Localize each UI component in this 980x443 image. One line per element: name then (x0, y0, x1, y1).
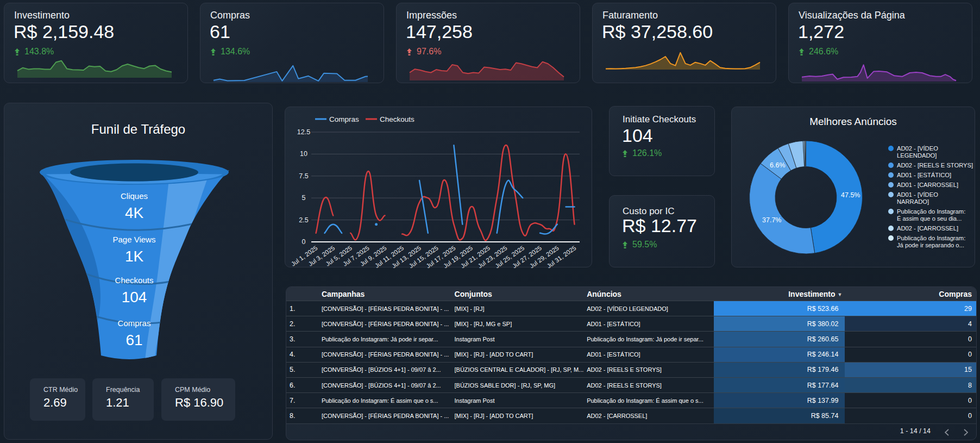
svg-text:Compras: Compras (118, 319, 151, 328)
svg-text:4K: 4K (125, 204, 144, 221)
svg-text:0: 0 (302, 238, 306, 246)
svg-text:7.5: 7.5 (299, 172, 308, 180)
svg-text:Cliques: Cliques (121, 191, 148, 201)
svg-text:6.6%: 6.6% (770, 161, 786, 169)
svg-text:5: 5 (302, 194, 306, 202)
svg-text:Compras: Compras (329, 115, 359, 123)
svg-text:10: 10 (300, 150, 307, 158)
svg-text:Checkouts: Checkouts (380, 115, 414, 123)
svg-text:12.5: 12.5 (297, 128, 310, 136)
svg-text:Checkouts: Checkouts (115, 276, 154, 285)
svg-text:37.7%: 37.7% (762, 216, 781, 224)
svg-text:61: 61 (125, 332, 142, 348)
svg-text:2.5: 2.5 (299, 216, 308, 224)
svg-text:1K: 1K (125, 248, 144, 265)
svg-text:104: 104 (122, 289, 147, 305)
svg-text:47.5%: 47.5% (841, 191, 860, 199)
svg-text:Page Views: Page Views (113, 235, 156, 244)
